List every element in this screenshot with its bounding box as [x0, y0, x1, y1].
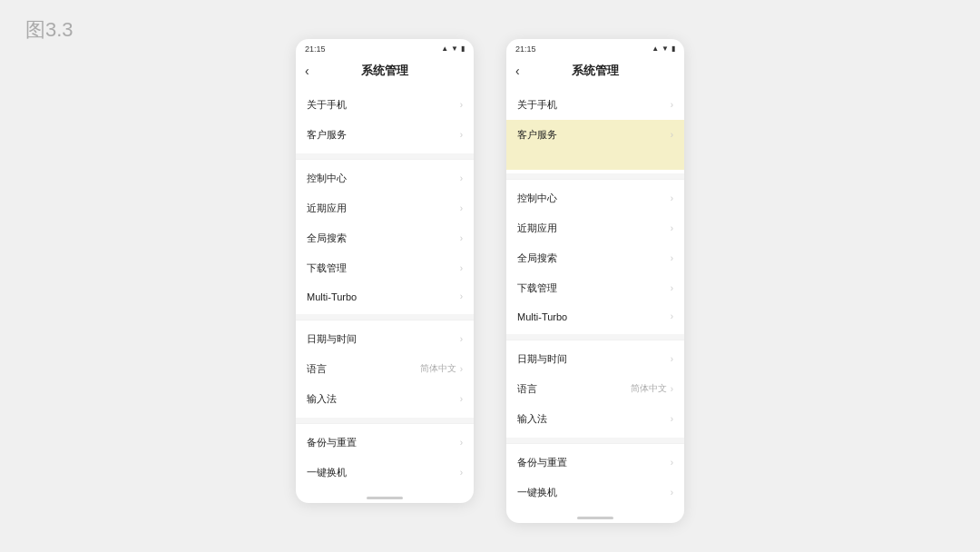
menu-item-control-center-left[interactable]: 控制中心 ›: [296, 163, 474, 193]
status-icons-right: ▲ ▼ ▮: [652, 44, 675, 53]
menu-item-input-method-left[interactable]: 输入法 ›: [296, 384, 474, 414]
phones-container: 21:15 ▲ ▼ ▮ ‹ 系统管理 关于手机 › 客户服务 ›: [296, 39, 684, 523]
language-right-left: 简体中文 ›: [420, 362, 463, 375]
switch-label-left: 一键换机: [307, 466, 347, 479]
customer-service-arrow-left: ›: [460, 130, 463, 140]
menu-group-left-4: 备份与重置 › 一键换机 ›: [296, 423, 474, 491]
menu-item-about-phone-left[interactable]: 关于手机 ›: [296, 90, 474, 120]
datetime-label-left: 日期与时间: [307, 332, 357, 346]
about-phone-arrow-right: ›: [671, 100, 673, 110]
language-label-right: 语言: [517, 382, 537, 396]
language-value-right: 简体中文: [631, 382, 667, 395]
battery-icon-left: ▮: [461, 44, 465, 53]
switch-arrow-left: ›: [460, 468, 463, 478]
recent-apps-arrow-left: ›: [460, 203, 463, 213]
backup-label-left: 备份与重置: [307, 436, 357, 449]
menu-item-multi-turbo-right[interactable]: Multi-Turbo ›: [506, 303, 684, 330]
menu-item-recent-apps-left[interactable]: 近期应用 ›: [296, 193, 474, 223]
about-phone-label-right: 关于手机: [517, 98, 557, 112]
download-label-left: 下载管理: [307, 261, 347, 275]
control-center-arrow-right: ›: [671, 193, 673, 203]
global-search-label-right: 全局搜索: [517, 251, 557, 265]
backup-arrow-right: ›: [671, 458, 673, 468]
nav-title-left: 系统管理: [361, 63, 408, 79]
menu-item-datetime-right[interactable]: 日期与时间 ›: [506, 344, 684, 374]
time-left: 21:15: [305, 44, 326, 54]
language-arrow-right: ›: [671, 384, 673, 394]
switch-label-right: 一键换机: [517, 486, 557, 499]
control-center-arrow-left: ›: [460, 173, 463, 183]
menu-item-recent-apps-right[interactable]: 近期应用 ›: [506, 213, 684, 243]
menu-group-right-2: 控制中心 › 近期应用 › 全局搜索 › 下载管理 › Multi-Turbo: [506, 179, 684, 334]
menu-item-about-phone-right[interactable]: 关于手机 ›: [506, 90, 684, 120]
menu-item-language-right[interactable]: 语言 简体中文 ›: [506, 374, 684, 404]
language-right-right: 简体中文 ›: [631, 382, 673, 395]
wifi-icon-left: ▼: [451, 44, 458, 53]
phone-left: 21:15 ▲ ▼ ▮ ‹ 系统管理 关于手机 › 客户服务 ›: [296, 39, 474, 503]
datetime-arrow-right: ›: [671, 354, 673, 364]
nav-title-right: 系统管理: [572, 63, 619, 79]
time-right: 21:15: [515, 44, 536, 54]
download-arrow-right: ›: [671, 283, 673, 293]
menu-item-global-search-left[interactable]: 全局搜索 ›: [296, 223, 474, 253]
customer-service-label-left: 客户服务: [307, 128, 347, 142]
control-center-label-right: 控制中心: [517, 192, 557, 205]
menu-item-customer-service-right[interactable]: 客户服务 ›: [506, 120, 684, 150]
input-method-arrow-right: ›: [671, 414, 673, 424]
recent-apps-label-right: 近期应用: [517, 222, 557, 235]
recent-apps-label-left: 近期应用: [307, 202, 347, 215]
wifi-icon-right: ▼: [662, 44, 669, 53]
page-label: 图3.3: [25, 16, 74, 44]
menu-item-backup-right[interactable]: 备份与重置 ›: [506, 448, 684, 478]
menu-group-right-3: 日期与时间 › 语言 简体中文 › 输入法 ›: [506, 340, 684, 438]
menu-item-language-left[interactable]: 语言 简体中文 ›: [296, 354, 474, 384]
recent-apps-arrow-right: ›: [671, 223, 673, 233]
download-label-right: 下载管理: [517, 281, 557, 295]
customer-service-label-right: 客户服务: [517, 128, 557, 142]
menu-item-control-center-right[interactable]: 控制中心 ›: [506, 183, 684, 213]
global-search-arrow-left: ›: [460, 233, 463, 243]
menu-item-datetime-left[interactable]: 日期与时间 ›: [296, 324, 474, 354]
battery-icon-right: ▮: [671, 44, 675, 53]
status-icons-left: ▲ ▼ ▮: [441, 44, 465, 53]
scroll-indicator-right: [577, 517, 613, 519]
language-value-left: 简体中文: [420, 362, 456, 375]
menu-group-right-4: 备份与重置 › 一键换机 ›: [506, 443, 684, 511]
input-method-arrow-left: ›: [460, 394, 463, 404]
multi-turbo-label-right: Multi-Turbo: [517, 311, 567, 322]
menu-section-left: 关于手机 › 客户服务 › 控制中心 › 近期应用 ›: [296, 86, 474, 499]
input-method-label-left: 输入法: [307, 392, 337, 406]
menu-item-backup-left[interactable]: 备份与重置 ›: [296, 428, 474, 458]
language-arrow-left: ›: [460, 364, 463, 374]
control-center-label-left: 控制中心: [307, 172, 347, 185]
backup-arrow-left: ›: [460, 438, 463, 448]
menu-item-customer-service-left[interactable]: 客户服务 ›: [296, 120, 474, 150]
menu-item-switch-right[interactable]: 一键换机 ›: [506, 478, 684, 508]
status-bar-right: 21:15 ▲ ▼ ▮: [506, 39, 684, 57]
nav-bar-right: ‹ 系统管理: [506, 57, 684, 86]
nav-bar-left: ‹ 系统管理: [296, 57, 474, 86]
highlight-extra-box: [506, 150, 684, 170]
back-button-left[interactable]: ‹: [305, 64, 309, 78]
download-arrow-left: ›: [460, 263, 463, 273]
input-method-label-right: 输入法: [517, 412, 547, 426]
multi-turbo-arrow-left: ›: [460, 291, 463, 301]
menu-item-download-right[interactable]: 下载管理 ›: [506, 273, 684, 303]
multi-turbo-label-left: Multi-Turbo: [307, 291, 357, 302]
menu-item-download-left[interactable]: 下载管理 ›: [296, 253, 474, 283]
signal-icon-left: ▲: [441, 44, 448, 53]
menu-section-right: 关于手机 › 客户服务 › 控制中心 › 近期应用 ›: [506, 86, 684, 519]
status-bar-left: 21:15 ▲ ▼ ▮: [296, 39, 474, 57]
menu-item-global-search-right[interactable]: 全局搜索 ›: [506, 243, 684, 273]
switch-arrow-right: ›: [671, 488, 673, 498]
scroll-indicator-left: [367, 497, 403, 499]
datetime-label-right: 日期与时间: [517, 352, 567, 366]
backup-label-right: 备份与重置: [517, 456, 567, 469]
back-button-right[interactable]: ‹: [515, 64, 520, 78]
customer-service-arrow-right: ›: [671, 130, 673, 140]
menu-group-left-3: 日期与时间 › 语言 简体中文 › 输入法 ›: [296, 320, 474, 418]
menu-item-multi-turbo-left[interactable]: Multi-Turbo ›: [296, 283, 474, 310]
menu-item-switch-left[interactable]: 一键换机 ›: [296, 458, 474, 488]
phone-right: 21:15 ▲ ▼ ▮ ‹ 系统管理 关于手机 › 客户服务 ›: [506, 39, 684, 523]
menu-item-input-method-right[interactable]: 输入法 ›: [506, 404, 684, 434]
